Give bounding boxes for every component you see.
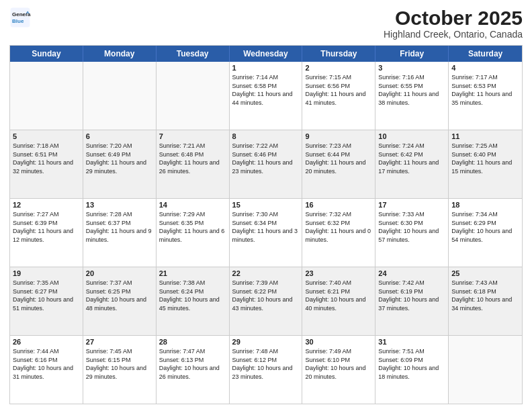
day-number: 10: [378, 132, 445, 140]
day-number: 2: [305, 64, 372, 72]
day-number: 9: [305, 132, 372, 140]
day-cell: 29Sunrise: 7:48 AM Sunset: 6:12 PM Dayli…: [230, 336, 303, 404]
calendar-body: 1Sunrise: 7:14 AM Sunset: 6:58 PM Daylig…: [10, 62, 522, 404]
day-info: Sunrise: 7:35 AM Sunset: 6:27 PM Dayligh…: [13, 279, 80, 312]
day-cell: 14Sunrise: 7:29 AM Sunset: 6:35 PM Dayli…: [157, 199, 230, 267]
day-cell: 3Sunrise: 7:16 AM Sunset: 6:55 PM Daylig…: [375, 62, 449, 130]
day-number: 12: [13, 201, 80, 209]
day-info: Sunrise: 7:14 AM Sunset: 6:58 PM Dayligh…: [232, 73, 300, 107]
day-info: Sunrise: 7:20 AM Sunset: 6:49 PM Dayligh…: [86, 142, 153, 175]
main-container: General Blue October 2025 Highland Creek…: [0, 0, 532, 411]
day-number: 5: [13, 132, 80, 140]
day-number: 19: [13, 269, 80, 277]
day-cell: 23Sunrise: 7:40 AM Sunset: 6:21 PM Dayli…: [302, 267, 375, 335]
day-cell: 19Sunrise: 7:35 AM Sunset: 6:27 PM Dayli…: [10, 267, 83, 335]
day-number: 13: [86, 201, 153, 209]
day-info: Sunrise: 7:44 AM Sunset: 6:16 PM Dayligh…: [13, 347, 80, 381]
day-cell: 20Sunrise: 7:37 AM Sunset: 6:25 PM Dayli…: [83, 267, 157, 335]
day-cell: 13Sunrise: 7:28 AM Sunset: 6:37 PM Dayli…: [83, 199, 157, 267]
day-number: 3: [378, 64, 445, 72]
day-number: 1: [232, 64, 300, 72]
day-number: 14: [159, 201, 226, 209]
day-cell: 22Sunrise: 7:39 AM Sunset: 6:22 PM Dayli…: [230, 267, 303, 335]
day-cell: 31Sunrise: 7:51 AM Sunset: 6:09 PM Dayli…: [375, 336, 449, 404]
day-number: 8: [232, 132, 300, 140]
day-cell: 8Sunrise: 7:22 AM Sunset: 6:46 PM Daylig…: [230, 130, 303, 198]
logo: General Blue: [9, 7, 34, 28]
day-cell: 2Sunrise: 7:15 AM Sunset: 6:56 PM Daylig…: [302, 62, 375, 130]
day-info: Sunrise: 7:32 AM Sunset: 6:32 PM Dayligh…: [305, 210, 372, 244]
day-number: 31: [378, 338, 445, 346]
day-cell: 18Sunrise: 7:34 AM Sunset: 6:29 PM Dayli…: [449, 199, 522, 267]
week-row-3: 12Sunrise: 7:27 AM Sunset: 6:39 PM Dayli…: [10, 198, 522, 267]
header: General Blue October 2025 Highland Creek…: [9, 7, 523, 40]
day-number: 15: [232, 201, 300, 209]
day-number: 11: [451, 132, 519, 140]
day-info: Sunrise: 7:29 AM Sunset: 6:35 PM Dayligh…: [159, 210, 226, 244]
day-info: Sunrise: 7:22 AM Sunset: 6:46 PM Dayligh…: [232, 142, 300, 175]
day-info: Sunrise: 7:25 AM Sunset: 6:40 PM Dayligh…: [451, 142, 519, 175]
calendar: SundayMondayTuesdayWednesdayThursdayFrid…: [9, 45, 523, 404]
day-info: Sunrise: 7:17 AM Sunset: 6:53 PM Dayligh…: [451, 73, 519, 107]
day-header-wednesday: Wednesday: [230, 46, 303, 62]
day-cell: 9Sunrise: 7:23 AM Sunset: 6:44 PM Daylig…: [302, 130, 375, 198]
day-info: Sunrise: 7:45 AM Sunset: 6:15 PM Dayligh…: [86, 347, 153, 381]
day-number: 24: [378, 269, 445, 277]
day-cell: 7Sunrise: 7:21 AM Sunset: 6:48 PM Daylig…: [157, 130, 230, 198]
day-number: 28: [159, 338, 226, 346]
day-number: 4: [451, 64, 519, 72]
logo-icon: General Blue: [9, 7, 31, 28]
day-headers-row: SundayMondayTuesdayWednesdayThursdayFrid…: [10, 46, 522, 62]
day-cell: [449, 336, 522, 404]
day-info: Sunrise: 7:39 AM Sunset: 6:22 PM Dayligh…: [232, 279, 300, 312]
day-header-thursday: Thursday: [302, 46, 375, 62]
day-cell: [10, 62, 83, 130]
day-cell: 1Sunrise: 7:14 AM Sunset: 6:58 PM Daylig…: [230, 62, 303, 130]
day-cell: 27Sunrise: 7:45 AM Sunset: 6:15 PM Dayli…: [83, 336, 157, 404]
day-info: Sunrise: 7:27 AM Sunset: 6:39 PM Dayligh…: [13, 210, 80, 244]
day-cell: 26Sunrise: 7:44 AM Sunset: 6:16 PM Dayli…: [10, 336, 83, 404]
day-cell: 15Sunrise: 7:30 AM Sunset: 6:34 PM Dayli…: [230, 199, 303, 267]
day-info: Sunrise: 7:34 AM Sunset: 6:29 PM Dayligh…: [451, 210, 519, 244]
day-header-tuesday: Tuesday: [157, 46, 230, 62]
day-info: Sunrise: 7:40 AM Sunset: 6:21 PM Dayligh…: [305, 279, 372, 312]
day-cell: 4Sunrise: 7:17 AM Sunset: 6:53 PM Daylig…: [449, 62, 522, 130]
day-cell: 17Sunrise: 7:33 AM Sunset: 6:30 PM Dayli…: [375, 199, 449, 267]
day-number: 26: [13, 338, 80, 346]
day-info: Sunrise: 7:30 AM Sunset: 6:34 PM Dayligh…: [232, 210, 300, 244]
day-cell: 6Sunrise: 7:20 AM Sunset: 6:49 PM Daylig…: [83, 130, 157, 198]
day-number: 23: [305, 269, 372, 277]
day-cell: 24Sunrise: 7:42 AM Sunset: 6:19 PM Dayli…: [375, 267, 449, 335]
week-row-4: 19Sunrise: 7:35 AM Sunset: 6:27 PM Dayli…: [10, 267, 522, 335]
title-block: October 2025 Highland Creek, Ontario, Ca…: [384, 7, 523, 40]
week-row-1: 1Sunrise: 7:14 AM Sunset: 6:58 PM Daylig…: [10, 62, 522, 130]
day-info: Sunrise: 7:33 AM Sunset: 6:30 PM Dayligh…: [378, 210, 445, 244]
day-info: Sunrise: 7:28 AM Sunset: 6:37 PM Dayligh…: [86, 210, 153, 244]
week-row-2: 5Sunrise: 7:18 AM Sunset: 6:51 PM Daylig…: [10, 130, 522, 198]
day-info: Sunrise: 7:48 AM Sunset: 6:12 PM Dayligh…: [232, 347, 300, 381]
location: Highland Creek, Ontario, Canada: [384, 29, 523, 40]
day-info: Sunrise: 7:15 AM Sunset: 6:56 PM Dayligh…: [305, 73, 372, 107]
day-info: Sunrise: 7:38 AM Sunset: 6:24 PM Dayligh…: [159, 279, 226, 312]
day-number: 6: [86, 132, 153, 140]
week-row-5: 26Sunrise: 7:44 AM Sunset: 6:16 PM Dayli…: [10, 335, 522, 404]
day-header-sunday: Sunday: [10, 46, 83, 62]
day-info: Sunrise: 7:18 AM Sunset: 6:51 PM Dayligh…: [13, 142, 80, 175]
day-cell: 30Sunrise: 7:49 AM Sunset: 6:10 PM Dayli…: [302, 336, 375, 404]
day-header-monday: Monday: [83, 46, 157, 62]
day-info: Sunrise: 7:43 AM Sunset: 6:18 PM Dayligh…: [451, 279, 519, 312]
day-number: 29: [232, 338, 300, 346]
day-info: Sunrise: 7:49 AM Sunset: 6:10 PM Dayligh…: [305, 347, 372, 381]
day-number: 7: [159, 132, 226, 140]
day-number: 20: [86, 269, 153, 277]
day-info: Sunrise: 7:23 AM Sunset: 6:44 PM Dayligh…: [305, 142, 372, 175]
day-number: 17: [378, 201, 445, 209]
day-number: 30: [305, 338, 372, 346]
day-number: 16: [305, 201, 372, 209]
day-number: 18: [451, 201, 519, 209]
day-number: 25: [451, 269, 519, 277]
day-cell: 25Sunrise: 7:43 AM Sunset: 6:18 PM Dayli…: [449, 267, 522, 335]
day-cell: 5Sunrise: 7:18 AM Sunset: 6:51 PM Daylig…: [10, 130, 83, 198]
day-info: Sunrise: 7:42 AM Sunset: 6:19 PM Dayligh…: [378, 279, 445, 312]
day-info: Sunrise: 7:37 AM Sunset: 6:25 PM Dayligh…: [86, 279, 153, 312]
